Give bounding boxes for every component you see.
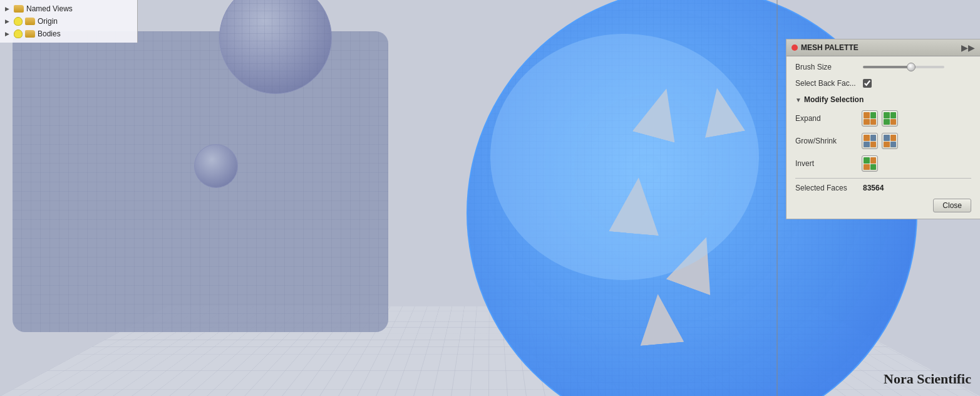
tree-item-named-views[interactable]: ▶ Named Views <box>0 3 137 15</box>
expand-icon-1 <box>864 112 876 125</box>
tree-item-bodies[interactable]: ▶ Bodies <box>0 28 137 40</box>
expand-icon-2 <box>884 112 896 125</box>
selected-faces-value: 83564 <box>863 184 884 192</box>
watermark: Nora Scientific <box>884 371 971 387</box>
mesh-palette-panel: MESH PALETTE ▶▶ Brush Size Select Back F… <box>786 39 980 219</box>
invert-label: Invert <box>795 159 858 168</box>
palette-divider <box>795 178 971 179</box>
selected-faces-label: Selected Faces <box>795 184 858 192</box>
machine-mesh <box>0 0 426 396</box>
sphere-cutout-3 <box>609 175 664 236</box>
tree-arrow-bodies: ▶ <box>5 31 11 37</box>
bulb-icon-origin <box>14 17 23 26</box>
mesh-palette-title-text: MESH PALETTE <box>801 43 859 52</box>
scene-tree-panel: ▶ Named Views ▶ Origin ▶ Bodies <box>0 0 138 43</box>
grow-shrink-row: Grow/Shrink <box>795 133 971 149</box>
brush-size-slider[interactable] <box>863 66 944 68</box>
invert-row: Invert <box>795 155 971 172</box>
select-back-fac-row: Select Back Fac... <box>795 79 971 88</box>
selected-faces-row: Selected Faces 83564 <box>795 184 971 192</box>
brush-size-label: Brush Size <box>795 63 858 71</box>
tree-arrow-origin: ▶ <box>5 18 11 24</box>
modify-selection-header: ▼ Modify Selection <box>795 95 971 104</box>
expand-label: Expand <box>795 114 858 123</box>
mesh-palette-header: MESH PALETTE ▶▶ <box>787 39 980 56</box>
shrink-button[interactable] <box>882 133 898 149</box>
tree-label-named-views: Named Views <box>26 4 73 13</box>
section-arrow: ▼ <box>795 96 802 103</box>
bulb-icon-bodies <box>14 29 23 38</box>
mesh-palette-title: MESH PALETTE <box>792 43 859 52</box>
folder-icon-bodies <box>25 30 35 38</box>
grow-button[interactable] <box>862 133 878 149</box>
expand-row: Expand <box>795 110 971 127</box>
pin-icon[interactable]: ▶▶ <box>961 43 975 53</box>
modify-selection-label: Modify Selection <box>804 95 864 104</box>
invert-icon <box>864 157 876 170</box>
select-back-fac-checkbox[interactable] <box>863 79 872 88</box>
sphere-cutout-1 <box>632 83 688 142</box>
grow-shrink-label: Grow/Shrink <box>795 137 858 145</box>
close-button[interactable]: Close <box>933 199 971 212</box>
brush-size-row: Brush Size <box>795 63 971 71</box>
shrink-icon <box>884 135 896 147</box>
tree-label-origin: Origin <box>38 17 58 26</box>
brush-slider-container <box>863 66 971 68</box>
sphere-cutout-4 <box>666 229 729 296</box>
mesh-palette-body: Brush Size Select Back Fac... ▼ Modify S… <box>787 56 980 219</box>
tree-item-origin[interactable]: ▶ Origin <box>0 15 137 28</box>
tree-arrow-named-views: ▶ <box>5 6 11 12</box>
select-back-fac-label: Select Back Fac... <box>795 79 858 88</box>
expand-button-2[interactable] <box>882 110 898 127</box>
sphere-cutout-2 <box>697 84 745 137</box>
palette-dot <box>792 44 798 51</box>
folder-icon-origin <box>25 18 35 25</box>
folder-icon-named-views <box>14 5 24 13</box>
tree-label-bodies: Bodies <box>38 29 61 38</box>
expand-button-1[interactable] <box>862 110 878 127</box>
viewport-separator <box>776 0 778 396</box>
machine-sphere-small <box>194 144 238 188</box>
close-button-row: Close <box>795 199 971 212</box>
invert-button[interactable] <box>862 155 878 172</box>
grow-icon <box>864 135 876 147</box>
sphere-cutout-5 <box>636 292 684 346</box>
